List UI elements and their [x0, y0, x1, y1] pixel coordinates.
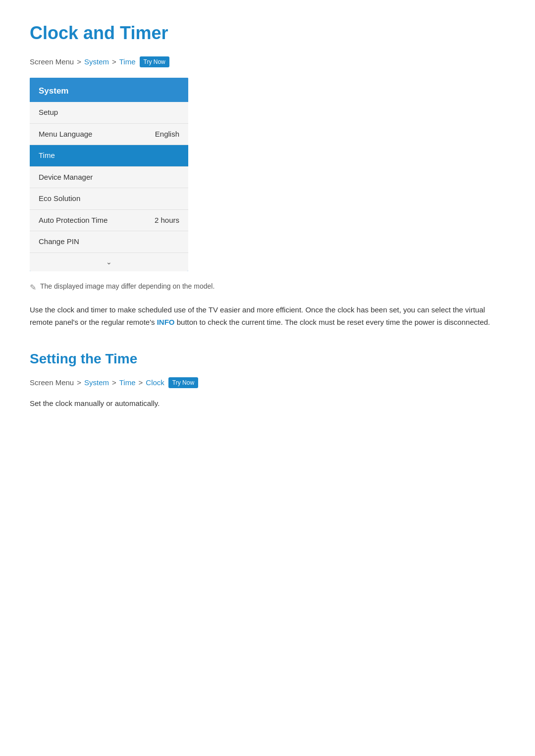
menu-item-change-pin-label: Change PIN [39, 236, 79, 248]
menu-item-menu-language[interactable]: Menu Language English [30, 124, 188, 146]
try-now-badge-2[interactable]: Try Now [168, 377, 198, 388]
menu-item-eco-solution[interactable]: Eco Solution [30, 188, 188, 210]
breadcrumb-main: Screen Menu > System > Time Try Now [30, 56, 505, 68]
menu-item-menu-language-value: English [155, 129, 179, 140]
info-keyword: INFO [157, 318, 175, 326]
menu-item-device-manager-label: Device Manager [39, 172, 93, 183]
system-menu-box: System Setup Menu Language English Time … [30, 78, 188, 271]
body-text-main: Use the clock and timer to make schedule… [30, 303, 505, 329]
menu-item-setup[interactable]: Setup [30, 102, 188, 124]
menu-item-device-manager[interactable]: Device Manager [30, 167, 188, 189]
breadcrumb2-separator-1: > [77, 377, 81, 389]
note-text: The displayed image may differ depending… [40, 281, 214, 292]
breadcrumb-separator-2: > [112, 56, 116, 68]
menu-header: System [30, 78, 188, 102]
section-description: Set the clock manually or automatically. [30, 398, 505, 409]
menu-item-eco-solution-label: Eco Solution [39, 193, 80, 204]
breadcrumb-setting-time: Screen Menu > System > Time > Clock Try … [30, 377, 505, 389]
breadcrumb-time[interactable]: Time [119, 56, 136, 68]
note-row: ✎ The displayed image may differ dependi… [30, 281, 505, 294]
breadcrumb2-time[interactable]: Time [119, 377, 136, 389]
menu-chevron-down[interactable]: ⌄ [30, 253, 188, 271]
menu-item-menu-language-label: Menu Language [39, 129, 92, 140]
page-title: Clock and Timer [30, 20, 505, 47]
breadcrumb2-separator-2: > [112, 377, 116, 389]
body-text-part2: button to check the current time. The cl… [177, 318, 490, 326]
breadcrumb2-system[interactable]: System [84, 377, 109, 389]
menu-item-time[interactable]: Time [30, 145, 188, 167]
menu-item-auto-protection-time[interactable]: Auto Protection Time 2 hours [30, 210, 188, 232]
menu-item-auto-protection-time-value: 2 hours [155, 215, 179, 226]
menu-item-setup-label: Setup [39, 107, 58, 118]
breadcrumb-separator-1: > [77, 56, 81, 68]
breadcrumb-prefix: Screen Menu [30, 56, 74, 68]
menu-item-time-label: Time [39, 150, 55, 161]
try-now-badge-1[interactable]: Try Now [140, 56, 169, 67]
breadcrumb-system[interactable]: System [84, 56, 109, 68]
breadcrumb2-separator-3: > [139, 377, 143, 389]
menu-item-change-pin[interactable]: Change PIN [30, 231, 188, 253]
pencil-icon: ✎ [30, 282, 36, 294]
menu-item-auto-protection-time-label: Auto Protection Time [39, 215, 107, 226]
breadcrumb2-clock[interactable]: Clock [146, 377, 164, 389]
section-title-setting-time: Setting the Time [30, 349, 505, 369]
breadcrumb2-prefix: Screen Menu [30, 377, 74, 389]
